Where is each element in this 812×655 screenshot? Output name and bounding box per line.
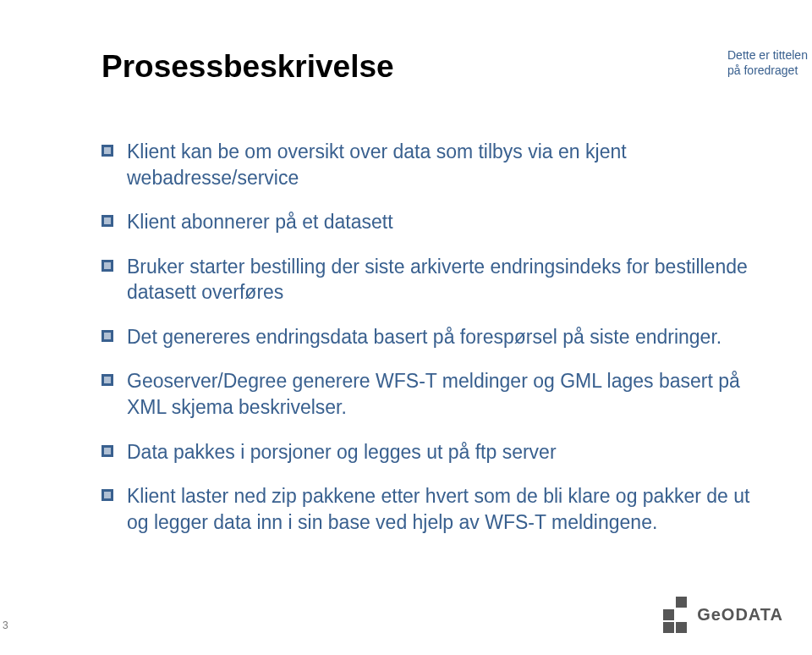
header-note: Dette er tittelen på foredraget (727, 47, 812, 78)
bullet-text: Det genereres endringsdata basert på for… (127, 326, 721, 348)
page-number: 3 (3, 619, 8, 631)
bullet-list: Klient kan be om oversikt over data som … (102, 139, 770, 535)
bullet-item: Geoserver/Degree generere WFS-T meldinge… (102, 368, 770, 420)
bullet-marker-icon (102, 445, 113, 457)
slide: Prosessbeskrivelse Dette er tittelen på … (0, 0, 812, 655)
logo-mark-icon (663, 597, 687, 633)
bullet-item: Klient kan be om oversikt over data som … (102, 139, 770, 190)
bullet-text: Bruker starter bestilling der siste arki… (127, 256, 748, 304)
bullet-marker-icon (102, 215, 113, 227)
bullet-marker-icon (102, 260, 113, 272)
bullet-text: Klient abonnerer på et datasett (127, 211, 393, 233)
bullet-text: Data pakkes i porsjoner og legges ut på … (127, 441, 557, 463)
bullet-item: Data pakkes i porsjoner og legges ut på … (102, 439, 770, 465)
logo: GeODATA (663, 597, 783, 633)
bullet-item: Klient laster ned zip pakkene etter hver… (102, 483, 770, 535)
bullet-item: Det genereres endringsdata basert på for… (102, 324, 770, 350)
bullet-item: Klient abonnerer på et datasett (102, 209, 770, 235)
bullet-marker-icon (102, 374, 113, 386)
header-note-line-1: Dette er tittelen (727, 48, 808, 62)
bullet-marker-icon (102, 145, 113, 157)
bullet-marker-icon (102, 489, 113, 501)
slide-title: Prosessbeskrivelse (102, 49, 770, 85)
logo-text: GeODATA (697, 605, 783, 625)
bullet-text: Geoserver/Degree generere WFS-T meldinge… (127, 370, 740, 418)
bullet-text: Klient kan be om oversikt over data som … (127, 140, 627, 189)
bullet-text: Klient laster ned zip pakkene etter hver… (127, 485, 749, 533)
bullet-item: Bruker starter bestilling der siste arki… (102, 254, 770, 305)
header-note-line-2: på foredraget (727, 63, 798, 77)
bullet-marker-icon (102, 330, 113, 342)
